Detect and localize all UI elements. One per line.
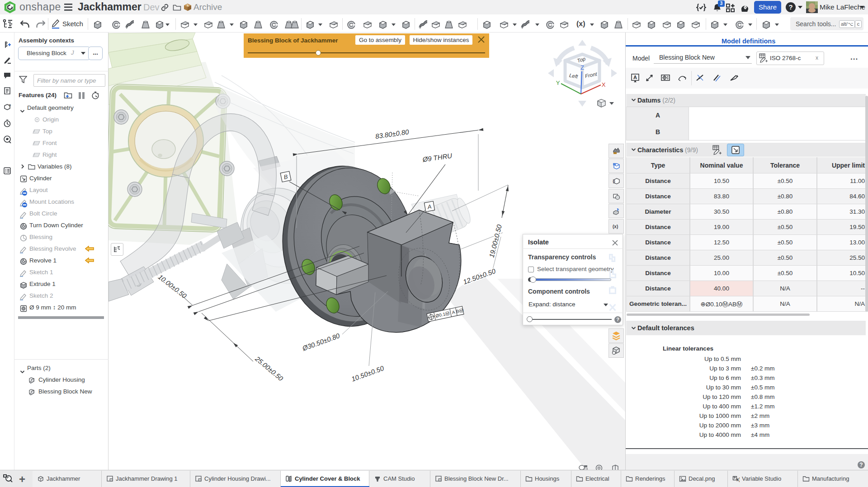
svg-text:(x): (x) bbox=[613, 224, 618, 229]
svg-text:A: A bbox=[633, 75, 637, 80]
svg-text:x): x) bbox=[736, 477, 740, 482]
svg-text:Ø30.50±0.80: Ø30.50±0.80 bbox=[301, 332, 341, 352]
svg-text:10.00±0.50: 10.00±0.50 bbox=[157, 273, 189, 300]
svg-text:Z: Z bbox=[580, 64, 584, 71]
svg-text:X: X bbox=[602, 81, 606, 88]
svg-text:25.00±0.50: 25.00±0.50 bbox=[254, 355, 285, 383]
svg-text:Y: Y bbox=[556, 80, 560, 86]
svg-text:19.00±0.50: 19.00±0.50 bbox=[487, 224, 503, 258]
svg-text:10.50±0.50: 10.50±0.50 bbox=[350, 364, 385, 383]
svg-text:?: ? bbox=[9, 103, 11, 108]
svg-text:83.80±0.80: 83.80±0.80 bbox=[375, 128, 410, 140]
svg-text:{}: {} bbox=[613, 179, 615, 183]
svg-text:Ø9 THRU: Ø9 THRU bbox=[421, 152, 453, 164]
